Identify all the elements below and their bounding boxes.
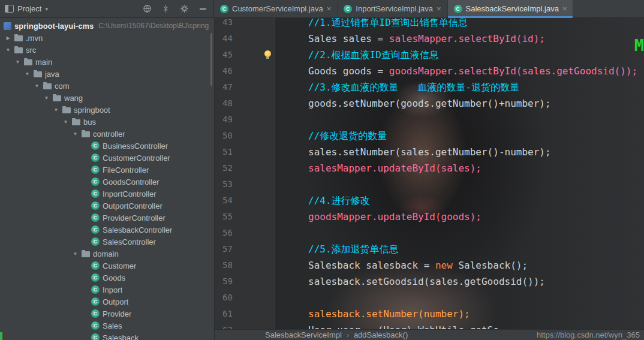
tree-item-inportcontroller[interactable]: CInportController bbox=[0, 188, 214, 200]
code-text[interactable] bbox=[275, 225, 308, 241]
chevron-down-icon[interactable]: ▼ bbox=[53, 107, 59, 113]
line-number[interactable]: 59 bbox=[215, 273, 275, 290]
tree-item-inport[interactable]: CInport bbox=[0, 284, 214, 296]
code-text[interactable]: Sales sales = salesMapper.selectById(id)… bbox=[275, 31, 545, 47]
close-icon[interactable]: × bbox=[437, 5, 441, 13]
close-icon[interactable]: × bbox=[327, 5, 332, 13]
tree-item-customer[interactable]: CCustomer bbox=[0, 260, 214, 272]
code-text[interactable]: //修改退货的数量 bbox=[275, 128, 387, 144]
code-text[interactable]: sales.setNumber(sales.getNumber()-number… bbox=[275, 144, 551, 160]
code-text[interactable]: goods.setNumber(goods.getNumber()+number… bbox=[275, 95, 551, 112]
tree-item-sales[interactable]: CSales bbox=[0, 320, 214, 332]
line-number[interactable]: 50 bbox=[215, 128, 275, 144]
tree-item-java[interactable]: ▼java bbox=[0, 68, 214, 80]
chevron-down-icon[interactable]: ▼ bbox=[72, 251, 79, 257]
code-text[interactable] bbox=[275, 290, 308, 306]
line-number[interactable]: 57 bbox=[215, 241, 275, 257]
tree-item-goodscontroller[interactable]: CGoodsController bbox=[0, 176, 214, 188]
tree-scrollbar[interactable] bbox=[210, 33, 212, 86]
tree-item-salescontroller[interactable]: CSalesController bbox=[0, 236, 214, 248]
line-number[interactable]: 62 bbox=[215, 322, 275, 329]
tree-item-businesscontroller[interactable]: CBusinessController bbox=[0, 140, 214, 152]
code-text[interactable] bbox=[275, 112, 308, 128]
chevron-down-icon[interactable]: ▼ bbox=[24, 71, 31, 77]
breadcrumb-method[interactable]: addSalesback() bbox=[354, 330, 408, 339]
line-number[interactable]: 58 bbox=[215, 257, 275, 273]
code-text[interactable]: //3.修改血液的数量 血液的数量-退货的数量 bbox=[275, 79, 519, 95]
code-text[interactable]: salesback.setGoodsid(sales.getGoodsid())… bbox=[275, 273, 545, 290]
code-text[interactable]: Salesback salesback = new Salesback(); bbox=[275, 257, 528, 273]
line-number[interactable]: 45 bbox=[215, 47, 275, 63]
code-text[interactable] bbox=[275, 176, 308, 192]
chevron-down-icon[interactable]: ▼ bbox=[62, 119, 69, 125]
chevron-down-icon[interactable]: ▼ bbox=[72, 131, 79, 137]
line-number[interactable]: 43 bbox=[215, 18, 275, 31]
project-tool-window-icon[interactable] bbox=[5, 5, 14, 13]
tree-item-goods[interactable]: CGoods bbox=[0, 272, 214, 284]
code-text[interactable]: salesMapper.updateById(sales); bbox=[275, 160, 482, 176]
line-number[interactable]: 47 bbox=[215, 79, 275, 95]
line-number[interactable]: 55 bbox=[215, 209, 275, 225]
line-number[interactable]: 51 bbox=[215, 144, 275, 160]
chevron-down-icon[interactable]: ▼ bbox=[43, 95, 50, 101]
code-text[interactable]: //2.根据血液ID查询血液信息 bbox=[275, 47, 439, 63]
line-number[interactable]: 60 bbox=[215, 290, 275, 306]
tree-item-provider[interactable]: CProvider bbox=[0, 308, 214, 320]
code-line: 52salesMapper.updateById(sales); bbox=[215, 160, 644, 176]
chevron-right-icon[interactable]: ▶ bbox=[5, 35, 11, 41]
line-number[interactable]: 44 bbox=[215, 31, 275, 47]
chevron-down-icon[interactable]: ▼ bbox=[14, 59, 21, 65]
code-text[interactable]: //1.通过销售单ID查询出销售单信息 bbox=[275, 18, 468, 31]
close-icon[interactable]: × bbox=[562, 5, 567, 13]
project-root-path: C:\Users\15067\Desktop\BJ\spring bbox=[98, 22, 209, 30]
line-number[interactable]: 49 bbox=[215, 112, 275, 128]
tree-item-bus[interactable]: ▼bus bbox=[0, 116, 214, 128]
code-text[interactable]: //4.进行修改 bbox=[275, 192, 370, 209]
class-icon: C bbox=[91, 213, 100, 222]
chevron-down-icon[interactable]: ▼ bbox=[5, 47, 11, 53]
package-icon bbox=[43, 83, 52, 89]
gear-icon[interactable] bbox=[179, 4, 189, 14]
tree-item-com[interactable]: ▼com bbox=[0, 80, 214, 92]
tree-item-main[interactable]: ▼main bbox=[0, 56, 214, 68]
globe-icon[interactable] bbox=[142, 4, 152, 14]
tree-item-outportcontroller[interactable]: COutportController bbox=[0, 200, 214, 212]
code-text[interactable]: Goods goods = goodsMapper.selectById(sal… bbox=[275, 63, 637, 79]
line-number[interactable]: 48 bbox=[215, 95, 275, 112]
tree-item-outport[interactable]: COutport bbox=[0, 296, 214, 308]
project-dropdown[interactable]: Project bbox=[17, 4, 41, 13]
chevron-down-icon[interactable]: ▾ bbox=[45, 6, 48, 12]
tree-item-springboot[interactable]: ▼springboot bbox=[0, 104, 214, 116]
tree-item-filecontroller[interactable]: CFileController bbox=[0, 164, 214, 176]
tab-inportserviceimpl-java[interactable]: CInportServiceImpl.java× bbox=[338, 0, 447, 17]
class-icon: C bbox=[91, 321, 100, 330]
tree-item-wang[interactable]: ▼wang bbox=[0, 92, 214, 104]
tree-item-.mvn[interactable]: ▶.mvn bbox=[0, 32, 214, 44]
intention-bulb-icon[interactable] bbox=[264, 50, 271, 57]
tree-item-salesback[interactable]: CSalesback bbox=[0, 332, 214, 340]
line-number[interactable]: 46 bbox=[215, 63, 275, 79]
tab-customerserviceimpl-java[interactable]: CCustomerServiceImpl.java× bbox=[214, 0, 338, 17]
line-number[interactable]: 53 bbox=[215, 176, 275, 192]
line-number[interactable]: 52 bbox=[215, 160, 275, 176]
line-number[interactable]: 54 bbox=[215, 192, 275, 209]
tab-salesbackserviceimpl-java[interactable]: CSalesbackServiceImpl.java× bbox=[448, 0, 574, 17]
tree-item-providercontroller[interactable]: CProviderController bbox=[0, 212, 214, 224]
collapse-all-icon[interactable] bbox=[161, 4, 170, 14]
tree-item-domain[interactable]: ▼domain bbox=[0, 248, 214, 260]
code-text[interactable]: salesback.setNumber(number); bbox=[275, 306, 470, 322]
code-text[interactable]: User user = (User) WebUtils.getSe bbox=[275, 322, 499, 329]
tree-item-src[interactable]: ▼src bbox=[0, 44, 214, 56]
code-text[interactable]: //5.添加退货单信息 bbox=[275, 241, 399, 257]
chevron-down-icon[interactable]: ▼ bbox=[34, 83, 40, 89]
tree-item-customercontroller[interactable]: CCustomerController bbox=[0, 152, 214, 164]
line-number[interactable]: 56 bbox=[215, 225, 275, 241]
hide-panel-icon[interactable] bbox=[198, 4, 207, 14]
tree-item-controller[interactable]: ▼controller bbox=[0, 128, 214, 140]
code-text[interactable]: goodsMapper.updateById(goods); bbox=[275, 209, 482, 225]
code-line: 58Salesback salesback = new Salesback(); bbox=[215, 257, 644, 273]
line-number[interactable]: 61 bbox=[215, 306, 275, 322]
tree-item-salesbackcontroller[interactable]: CSalesbackController bbox=[0, 224, 214, 236]
tree-item-root[interactable]: springboot-layui-cms C:\Users\15067\Desk… bbox=[0, 20, 214, 32]
breadcrumb-class[interactable]: SalesbackServiceImpl bbox=[265, 330, 342, 339]
